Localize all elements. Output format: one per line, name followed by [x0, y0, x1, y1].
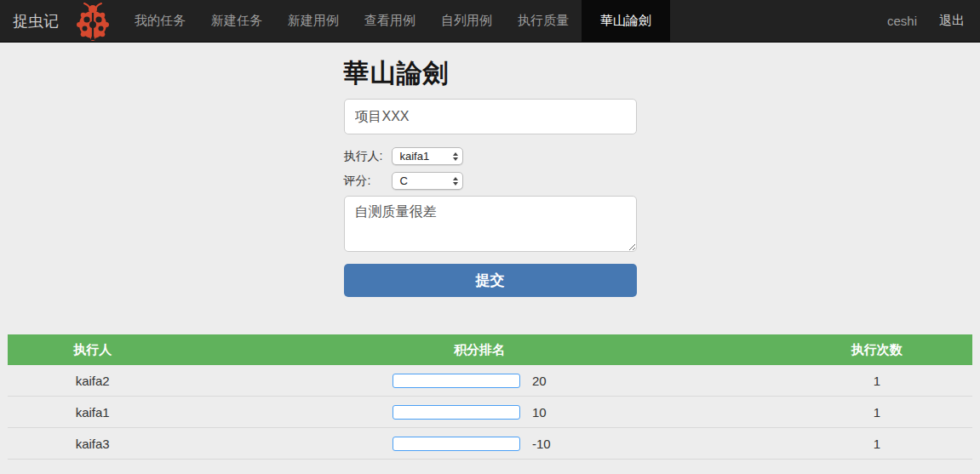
executor-name: kaifa1 — [8, 405, 177, 420]
executor-field-row: 执行人: kaifa1 — [344, 147, 637, 165]
rating-label: 评分: — [344, 174, 383, 189]
up-down-arrows-icon — [453, 177, 458, 186]
navbar-right: ceshi 退出 — [887, 0, 980, 42]
execution-count: 1 — [782, 374, 972, 388]
score-progress-bar — [393, 437, 520, 451]
nav-item-my-tasks[interactable]: 我的任务 — [122, 0, 198, 42]
username-label: ceshi — [887, 14, 917, 28]
score-value: 20 — [532, 374, 566, 388]
page-title: 華山論劍 — [344, 56, 637, 91]
brand-title[interactable]: 捉虫记 — [0, 0, 59, 42]
header-execution-count: 执行次数 — [782, 342, 972, 358]
header-executor: 执行人 — [8, 342, 177, 358]
executor-name: kaifa2 — [8, 374, 177, 388]
table-row: kaifa2 20 1 — [8, 365, 972, 397]
navbar: 捉虫记 — [0, 0, 980, 43]
executor-label: 执行人: — [344, 149, 383, 164]
rating-field-row: 评分: C — [344, 172, 637, 190]
nav-item-new-task[interactable]: 新建任务 — [198, 0, 275, 42]
executor-name: kaifa3 — [8, 437, 177, 451]
header-score-ranking: 积分排名 — [177, 342, 781, 358]
logout-link[interactable]: 退出 — [939, 13, 965, 29]
ranking-table: 执行人 积分排名 执行次数 kaifa2 20 1 kaifa1 10 1 — [8, 334, 972, 460]
nav-item-new-case[interactable]: 新建用例 — [275, 0, 352, 42]
executor-selected-value: kaifa1 — [400, 150, 430, 163]
score-value: -10 — [532, 437, 566, 451]
table-header-row: 执行人 积分排名 执行次数 — [8, 334, 972, 365]
submit-button[interactable]: 提交 — [344, 264, 637, 297]
project-name-input[interactable] — [344, 99, 637, 134]
comment-textarea[interactable]: 自测质量很差 — [344, 196, 637, 252]
nav-item-execution-quality[interactable]: 执行质量 — [505, 0, 582, 42]
score-cell: 10 — [177, 405, 781, 420]
rating-selected-value: C — [400, 174, 408, 187]
nav-item-huashan-active[interactable]: 華山論劍 — [582, 0, 670, 42]
score-value: 10 — [532, 405, 566, 420]
ladybug-icon — [74, 0, 112, 42]
rating-form: 華山論劍 执行人: kaifa1 评分: C 自测质量很差 提交 — [344, 56, 637, 297]
execution-count: 1 — [782, 405, 972, 420]
table-row: kaifa3 -10 1 — [8, 428, 972, 460]
nav-item-view-cases[interactable]: 查看用例 — [352, 0, 428, 42]
score-progress-bar — [393, 374, 520, 388]
score-progress-bar — [393, 405, 520, 420]
nav-item-self-list-cases[interactable]: 自列用例 — [428, 0, 505, 42]
score-cell: -10 — [177, 437, 781, 451]
executor-select[interactable]: kaifa1 — [392, 147, 463, 165]
nav-menu: 我的任务 新建任务 新建用例 查看用例 自列用例 执行质量 華山論劍 — [122, 0, 670, 42]
up-down-arrows-icon — [453, 152, 458, 161]
table-row: kaifa1 10 1 — [8, 397, 972, 428]
execution-count: 1 — [782, 437, 972, 451]
rating-select[interactable]: C — [392, 172, 463, 190]
score-cell: 20 — [177, 374, 781, 388]
